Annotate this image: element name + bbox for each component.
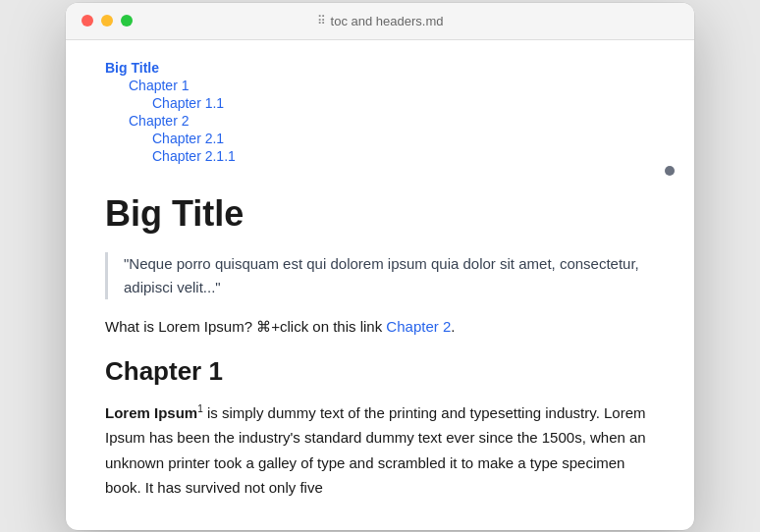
scrollbar-indicator[interactable] xyxy=(665,166,675,176)
maximize-button[interactable] xyxy=(121,15,133,27)
main-content: Big Title "Neque porro quisquam est qui … xyxy=(105,193,655,501)
blockquote-text: "Neque porro quisquam est qui dolorem ip… xyxy=(124,255,639,295)
toc-chapter1: Chapter 1 xyxy=(105,78,655,93)
toc-chapter2: Chapter 2 xyxy=(105,113,655,129)
body-paragraph: What is Lorem Ipsum? ⌘+click on this lin… xyxy=(105,315,655,339)
title-text: toc and headers.md xyxy=(331,14,444,28)
lorem-bold-label: Lorem Ipsum xyxy=(105,404,197,421)
chapter2-link[interactable]: Chapter 2 xyxy=(386,318,451,335)
toc-chapter2-1: Chapter 2.1 xyxy=(105,131,655,146)
app-window: ⠿ toc and headers.md Big Title Chapter 1… xyxy=(66,3,694,530)
toc-chapter2-link[interactable]: Chapter 2 xyxy=(129,113,655,129)
toc-chapter2-1-link[interactable]: Chapter 2.1 xyxy=(152,131,655,146)
lorem-paragraph: Lorem Ipsum1 is simply dummy text of the… xyxy=(105,400,655,501)
minimize-button[interactable] xyxy=(101,15,113,27)
chapter1-heading: Chapter 1 xyxy=(105,356,655,387)
toc-chapter2-1-1: Chapter 2.1.1 xyxy=(105,148,655,164)
traffic-lights xyxy=(81,15,133,27)
body-text-suffix: . xyxy=(451,318,455,335)
toc-big-title-link[interactable]: Big Title xyxy=(105,60,655,76)
toc-chapter1-1: Chapter 1.1 xyxy=(105,95,655,111)
toc-chapter2-1-1-link[interactable]: Chapter 2.1.1 xyxy=(152,148,655,164)
toc-chapter1-link[interactable]: Chapter 1 xyxy=(129,78,655,93)
content-area: Big Title Chapter 1 Chapter 1.1 Chapter … xyxy=(66,40,694,530)
toc-chapter1-1-link[interactable]: Chapter 1.1 xyxy=(152,95,655,111)
window-title: ⠿ toc and headers.md xyxy=(317,14,444,28)
big-title-heading: Big Title xyxy=(105,193,655,235)
close-button[interactable] xyxy=(81,15,93,27)
table-of-contents: Big Title Chapter 1 Chapter 1.1 Chapter … xyxy=(105,60,655,164)
file-icon: ⠿ xyxy=(317,14,326,27)
titlebar: ⠿ toc and headers.md xyxy=(66,3,694,40)
blockquote: "Neque porro quisquam est qui dolorem ip… xyxy=(105,252,655,299)
body-text-prefix: What is Lorem Ipsum? ⌘+click on this lin… xyxy=(105,318,386,335)
